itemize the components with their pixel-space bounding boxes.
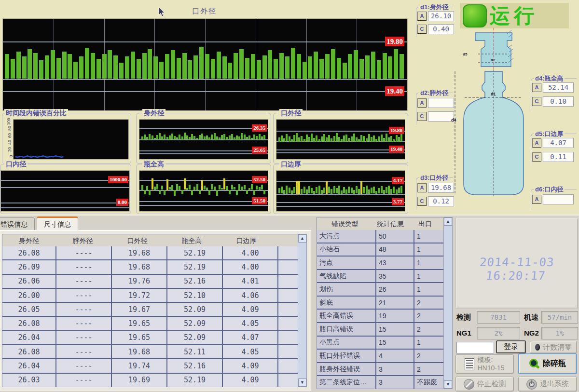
table-cell: 瓶口外径错误 — [317, 350, 376, 362]
table-cell: ---- — [56, 260, 112, 273]
d1-c-button[interactable]: C — [417, 25, 427, 34]
bar — [196, 138, 198, 139]
table-row[interactable]: 气线缺陷351 — [317, 270, 444, 284]
bar — [281, 187, 283, 193]
remove-broken-bottle-label: 除碎瓶 — [543, 359, 566, 369]
bar — [268, 50, 272, 79]
table-cell-filler — [453, 363, 455, 376]
table-cell: 52.11 — [167, 345, 223, 358]
table-row[interactable]: 26.05----19.6752.094.09 — [2, 303, 298, 317]
login-button[interactable]: 登录 — [496, 340, 526, 353]
table-row[interactable]: 小黑点151 — [317, 337, 444, 350]
table-row[interactable]: 大污点501 — [317, 230, 444, 243]
error-table-scrollbar[interactable]: ▲ ▼ — [443, 217, 453, 389]
hline — [139, 153, 268, 154]
d2-a-button[interactable]: A — [417, 98, 427, 108]
bar — [159, 190, 161, 194]
table-cell: 4.01 — [223, 275, 278, 288]
table-row[interactable]: 瓶口外径错误42 — [317, 350, 444, 363]
ng2-label: NG2 — [524, 329, 539, 337]
scroll-up-icon[interactable]: ▲ — [298, 234, 306, 243]
table-row[interactable]: 26.09----19.6852.194.00 — [2, 260, 298, 274]
d4-a-value[interactable]: 52.14 — [543, 82, 574, 93]
redlabel: 52.50 — [252, 176, 267, 183]
table-row[interactable]: 斜底212 — [317, 297, 444, 310]
bar — [226, 186, 228, 190]
bar — [314, 52, 318, 79]
bar — [91, 53, 95, 79]
table-row[interactable]: 瓶口高错误152 — [317, 323, 444, 337]
bar — [316, 135, 317, 142]
bar — [303, 187, 305, 193]
bar — [278, 188, 280, 193]
table-row[interactable]: 小结石481 — [317, 243, 444, 257]
bar — [351, 136, 353, 142]
table-cell: 19.72 — [112, 289, 167, 302]
tab-error-info[interactable]: 错误信息 — [0, 217, 35, 230]
bar — [345, 135, 347, 141]
table-row[interactable]: 瓶身外径错误32 — [317, 363, 444, 377]
size-table-scrollbar[interactable]: ▲ ▼ — [298, 234, 307, 387]
bar — [234, 53, 238, 79]
scroll-down-icon[interactable]: ▼ — [298, 378, 306, 387]
table-cell-filler — [453, 323, 455, 336]
table-cell: 52.16 — [167, 359, 223, 372]
counter-reset-button[interactable]: 计数清零 — [530, 341, 577, 353]
table-cell: 19.68 — [112, 345, 167, 358]
table-row[interactable]: 26.08----19.6852.114.05 — [2, 345, 298, 359]
bar — [365, 55, 370, 79]
d1-a-value[interactable]: 26.10 — [428, 11, 454, 21]
table-row[interactable]: 瓶全高错误192 — [317, 310, 444, 323]
table-row[interactable]: 污点431 — [317, 257, 444, 270]
d5-c-value[interactable]: 0.11 — [543, 152, 574, 162]
table-row[interactable]: 26.00----19.7252.104.06 — [2, 289, 298, 303]
bar — [381, 135, 383, 141]
table-cell: 19.68 — [112, 246, 167, 259]
table-cell: 4.05 — [223, 345, 278, 358]
bar — [223, 134, 225, 140]
table-row[interactable]: 26.08----19.6552.094.05 — [2, 317, 298, 331]
bar — [366, 186, 368, 194]
stop-detect-button[interactable]: 停止检测 — [455, 377, 514, 392]
table-row[interactable]: 26.06----19.7652.164.01 — [2, 275, 298, 289]
table-row[interactable]: 26.04----19.7452.164.09 — [2, 359, 298, 373]
table-row[interactable]: 第二条线定位…3不踢废 — [317, 376, 444, 389]
table-cell: 15 — [376, 337, 414, 349]
table-row[interactable]: 26.08----19.6852.194.00 — [2, 246, 298, 260]
bar — [279, 53, 284, 79]
d4-c-value[interactable]: 0.10 — [543, 96, 574, 107]
d2-c-button[interactable]: C — [417, 112, 427, 121]
bar — [353, 134, 355, 141]
bar — [293, 135, 295, 142]
tab-size-info[interactable]: 尺寸信息 — [37, 216, 78, 230]
table-row[interactable]: 26.04----19.6552.094.07 — [2, 331, 298, 345]
svg-text:d1: d1 — [491, 92, 496, 96]
d5-a-value[interactable]: 4.07 — [543, 138, 574, 148]
table-row[interactable]: 26.03----19.6952.194.09 — [2, 374, 298, 387]
table-row[interactable]: 划伤261 — [317, 283, 444, 297]
scroll-up-icon[interactable]: ▲ — [444, 217, 452, 226]
table-cell: 4.06 — [223, 289, 278, 302]
d1-a-button[interactable]: A — [417, 12, 427, 21]
table-cell: ---- — [56, 275, 112, 288]
chart-group-mouth-od: 口外径 19.8019.40 — [273, 113, 408, 164]
bar — [313, 138, 315, 142]
bar — [191, 134, 193, 139]
login-input[interactable] — [456, 342, 494, 353]
col-header: 口边厚 — [219, 234, 274, 247]
remove-broken-bottle-button[interactable]: 除碎瓶 — [518, 353, 577, 374]
bar — [383, 138, 385, 142]
template-value: HN10-15 — [477, 364, 504, 372]
table-cell: ---- — [56, 374, 112, 387]
bar — [186, 135, 188, 139]
d3-c-button[interactable]: C — [417, 197, 427, 206]
scroll-down-icon[interactable]: ▼ — [444, 380, 452, 389]
bar — [318, 186, 320, 194]
error-percent-chart — [13, 119, 129, 160]
d3-a-button[interactable]: A — [417, 183, 427, 192]
bar — [216, 190, 218, 196]
table-cell-filler — [453, 297, 455, 309]
d6-a-value[interactable] — [543, 194, 574, 204]
exit-system-button[interactable]: 退出系统 — [518, 377, 577, 392]
template-button[interactable]: 模板: HN10-15 — [455, 354, 514, 374]
